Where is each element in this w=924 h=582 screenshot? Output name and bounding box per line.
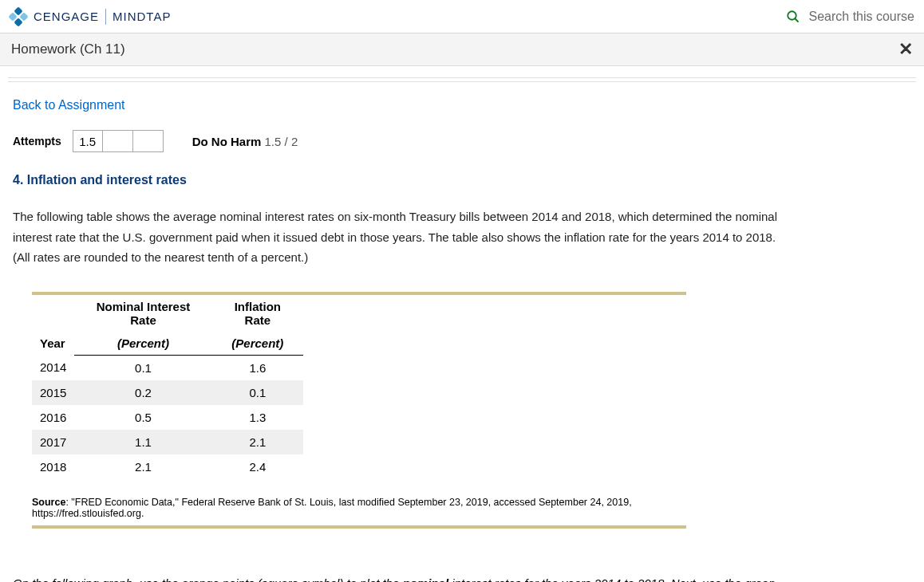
col-unit-inflation: (Percent) bbox=[212, 332, 303, 356]
search-area[interactable]: Search this course bbox=[786, 10, 914, 24]
app-header: CENGAGE MINDTAP Search this course bbox=[0, 0, 924, 33]
brand-separator bbox=[105, 9, 106, 25]
source-line: Source: "FRED Economic Data," Federal Re… bbox=[32, 497, 686, 519]
col-header-nominal: Nominal Interest Rate bbox=[74, 295, 211, 332]
col-header-year: Year bbox=[32, 295, 74, 356]
cell-inflation: 2.4 bbox=[212, 454, 303, 479]
graph-instruction: On the following graph, use the orange p… bbox=[13, 573, 779, 583]
brand-area: CENGAGE MINDTAP bbox=[10, 8, 171, 26]
cell-inflation: 1.3 bbox=[212, 405, 303, 430]
cell-year: 2016 bbox=[32, 405, 74, 430]
svg-line-1 bbox=[796, 18, 799, 22]
brand-text: CENGAGE MINDTAP bbox=[34, 9, 171, 25]
instruction-bold-nominal: nominal bbox=[403, 576, 449, 583]
do-no-harm: Do No Harm 1.5 / 2 bbox=[192, 135, 298, 148]
data-table-section: Year Nominal Interest Rate Inflation Rat… bbox=[32, 292, 686, 529]
attempt-boxes: 1.5 bbox=[73, 130, 164, 152]
col-header-inflation: Inflation Rate bbox=[212, 295, 303, 332]
cell-nominal: 1.1 bbox=[74, 430, 211, 454]
table-row: 2016 0.5 1.3 bbox=[32, 405, 303, 430]
search-placeholder[interactable]: Search this course bbox=[808, 10, 914, 24]
brand-secondary: MINDTAP bbox=[113, 10, 171, 23]
cell-nominal: 0.5 bbox=[74, 405, 211, 430]
brand-primary: CENGAGE bbox=[34, 10, 99, 23]
rates-table: Year Nominal Interest Rate Inflation Rat… bbox=[32, 295, 303, 479]
table-row: 2014 0.1 1.6 bbox=[32, 355, 303, 380]
col-unit-nominal: (Percent) bbox=[74, 332, 211, 356]
content-body: Back to Assignment Attempts 1.5 Do No Ha… bbox=[0, 82, 924, 582]
table-row: 2018 2.1 2.4 bbox=[32, 454, 303, 479]
do-no-harm-label: Do No Harm bbox=[192, 135, 262, 148]
back-to-assignment-link[interactable]: Back to Assignment bbox=[13, 90, 125, 130]
source-label: Source bbox=[32, 497, 65, 508]
do-no-harm-value: 1.5 / 2 bbox=[265, 135, 298, 148]
divider bbox=[8, 77, 916, 78]
cell-year: 2014 bbox=[32, 355, 74, 380]
cell-inflation: 2.1 bbox=[212, 430, 303, 454]
cell-inflation: 1.6 bbox=[212, 355, 303, 380]
attempt-box-1: 1.5 bbox=[73, 130, 103, 152]
table-row: 2015 0.2 0.1 bbox=[32, 380, 303, 405]
cell-year: 2015 bbox=[32, 380, 74, 405]
question-title: 4. Inflation and interest rates bbox=[13, 173, 911, 187]
table-row: 2017 1.1 2.1 bbox=[32, 430, 303, 454]
cell-nominal: 2.1 bbox=[74, 454, 211, 479]
cell-nominal: 0.1 bbox=[74, 355, 211, 380]
instruction-pre: On the following graph, use the orange p… bbox=[13, 576, 403, 583]
cengage-logo-icon bbox=[10, 8, 27, 26]
attempt-box-2 bbox=[103, 130, 133, 152]
question-intro: The following table shows the average no… bbox=[13, 206, 779, 268]
cell-inflation: 0.1 bbox=[212, 380, 303, 405]
assignment-title: Homework (Ch 11) bbox=[11, 41, 125, 57]
attempt-box-3 bbox=[133, 130, 164, 152]
cell-year: 2018 bbox=[32, 454, 74, 479]
close-icon[interactable]: ✕ bbox=[898, 39, 913, 60]
cell-nominal: 0.2 bbox=[74, 380, 211, 405]
attempts-row: Attempts 1.5 Do No Harm 1.5 / 2 bbox=[13, 130, 911, 152]
content-scroll[interactable]: Back to Assignment Attempts 1.5 Do No Ha… bbox=[0, 66, 924, 582]
search-icon[interactable] bbox=[786, 10, 800, 24]
source-text: : "FRED Economic Data," Federal Reserve … bbox=[32, 497, 632, 519]
assignment-header: Homework (Ch 11) ✕ bbox=[0, 33, 924, 66]
table-bottom-rule bbox=[32, 525, 686, 529]
attempts-label: Attempts bbox=[13, 135, 61, 147]
cell-year: 2017 bbox=[32, 430, 74, 454]
